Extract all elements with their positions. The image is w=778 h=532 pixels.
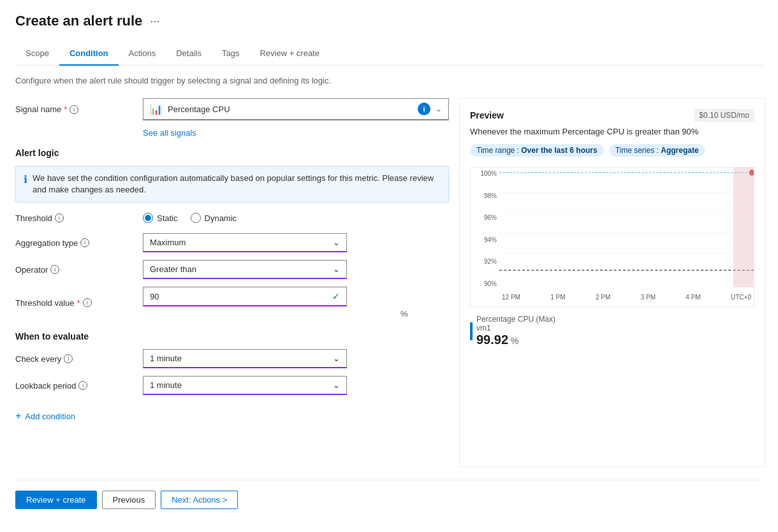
chart-legend: Percentage CPU (Max) vm1 99.92 % (470, 312, 754, 350)
x-label-1pm: 1 PM (550, 294, 565, 301)
review-create-button[interactable]: Review + create (15, 491, 97, 509)
operator-value: Greater than (150, 264, 196, 274)
legend-metric: Percentage CPU (Max) (476, 315, 555, 324)
operator-label: Operator i (15, 265, 143, 275)
check-every-label: Check every i (15, 354, 143, 364)
when-section-title: When to evaluate (15, 331, 449, 341)
threshold-check-icon: ✓ (332, 291, 340, 301)
preview-chart: 100% 98% 96% 94% 92% 90% (470, 167, 754, 307)
x-label-2pm: 2 PM (596, 294, 610, 301)
signal-info-icon[interactable]: i (70, 105, 78, 114)
next-button[interactable]: Next: Actions > (161, 491, 238, 509)
threshold-label: Threshold i (15, 213, 143, 223)
x-label-3pm: 3 PM (641, 294, 656, 301)
threshold-value-input-container: ✓ (143, 287, 347, 306)
preview-title: Preview (470, 110, 504, 120)
info-banner-icon: ℹ (24, 173, 27, 185)
info-banner: ℹ We have set the condition configuratio… (15, 166, 449, 203)
tab-review-create[interactable]: Review + create (249, 42, 330, 66)
threshold-dynamic-label: Dynamic (205, 213, 237, 223)
info-banner-text: We have set the condition configuration … (33, 173, 441, 196)
page-title-ellipsis[interactable]: ··· (150, 15, 159, 28)
legend-value: 99.92 (476, 333, 508, 347)
svg-rect-7 (733, 168, 754, 287)
page-title: Create an alert rule (15, 13, 142, 29)
alert-logic-title: Alert logic (15, 148, 449, 158)
tab-tags[interactable]: Tags (212, 42, 249, 66)
legend-color-bar (470, 322, 473, 340)
check-every-value: 1 minute (150, 354, 182, 363)
threshold-static-option[interactable]: Static (143, 213, 178, 223)
x-label-12pm: 12 PM (502, 294, 520, 301)
threshold-radio-group: Static Dynamic (143, 213, 237, 223)
lookback-label: Lookback period i (15, 381, 143, 391)
y-label-92: 92% (471, 258, 497, 265)
operator-info-icon[interactable]: i (50, 265, 59, 274)
add-condition-button[interactable]: + Add condition (15, 410, 449, 422)
threshold-value-input[interactable] (150, 292, 316, 301)
y-label-100: 100% (471, 170, 497, 177)
signal-bar-icon: 📊 (150, 103, 163, 115)
nav-tabs: Scope Condition Actions Details Tags Rev… (15, 42, 763, 66)
aggregation-chevron-icon: ⌄ (333, 238, 340, 247)
see-all-signals-link[interactable]: See all signals (143, 128, 449, 138)
previous-button[interactable]: Previous (102, 491, 156, 509)
threshold-value-info-icon[interactable]: i (83, 298, 92, 307)
check-every-info-icon[interactable]: i (64, 354, 73, 363)
threshold-static-label: Static (157, 213, 178, 223)
add-condition-label: Add condition (25, 412, 75, 421)
tab-condition[interactable]: Condition (59, 42, 119, 66)
threshold-value-label: Threshold value * i (15, 298, 143, 308)
percent-label: % (270, 309, 408, 319)
signal-required-star: * (64, 104, 67, 114)
lookback-info-icon[interactable]: i (78, 381, 87, 390)
threshold-info-icon[interactable]: i (55, 213, 64, 222)
signal-info-circle: i (418, 103, 430, 115)
preview-panel: Preview $0.10 USD/mo Whenever the maximu… (459, 98, 765, 467)
y-label-90: 90% (471, 280, 497, 287)
preview-description: Whenever the maximum Percentage CPU is g… (470, 127, 754, 136)
signal-dropdown[interactable]: 📊 Percentage CPU i ⌄ (143, 98, 449, 120)
y-label-96: 96% (471, 214, 497, 221)
aggregation-dropdown[interactable]: Maximum ⌄ (143, 233, 347, 252)
x-label-4pm: 4 PM (686, 294, 700, 301)
legend-unit: % (511, 336, 518, 346)
check-every-chevron-icon: ⌄ (333, 354, 340, 363)
signal-chevron-icon: ⌄ (436, 104, 442, 113)
page-description: Configure when the alert rule should tri… (15, 76, 763, 85)
y-label-94: 94% (471, 236, 497, 243)
x-label-utc: UTC+0 (731, 294, 751, 301)
add-condition-plus-icon: + (15, 410, 21, 422)
tab-details[interactable]: Details (166, 42, 212, 66)
chart-svg (499, 168, 754, 287)
check-every-dropdown[interactable]: 1 minute ⌄ (143, 349, 347, 368)
signal-name-label: Signal name * i (15, 104, 143, 114)
threshold-dynamic-option[interactable]: Dynamic (191, 213, 237, 223)
aggregation-info-icon[interactable]: i (80, 238, 89, 247)
aggregation-value: Maximum (150, 238, 186, 247)
operator-dropdown[interactable]: Greater than ⌄ (143, 260, 347, 279)
time-series-tag: Time series : Aggregate (609, 144, 705, 157)
y-label-98: 98% (471, 192, 497, 199)
time-range-tag: Time range : Over the last 6 hours (470, 144, 604, 157)
threshold-value-required-star: * (77, 298, 80, 308)
operator-chevron-icon: ⌄ (333, 264, 340, 274)
lookback-dropdown[interactable]: 1 minute ⌄ (143, 376, 347, 395)
tab-scope[interactable]: Scope (15, 42, 59, 66)
signal-value: Percentage CPU (168, 104, 230, 114)
bottom-bar: Review + create Previous Next: Actions > (15, 480, 763, 519)
threshold-static-radio[interactable] (143, 213, 153, 223)
lookback-chevron-icon: ⌄ (333, 380, 340, 390)
preview-tags: Time range : Over the last 6 hours Time … (470, 144, 754, 157)
threshold-dynamic-radio[interactable] (191, 213, 201, 223)
price-badge: $0.10 USD/mo (694, 109, 754, 122)
lookback-value: 1 minute (150, 380, 182, 390)
tab-actions[interactable]: Actions (119, 42, 166, 66)
aggregation-label: Aggregation type i (15, 238, 143, 248)
legend-vm: vm1 (476, 324, 555, 333)
